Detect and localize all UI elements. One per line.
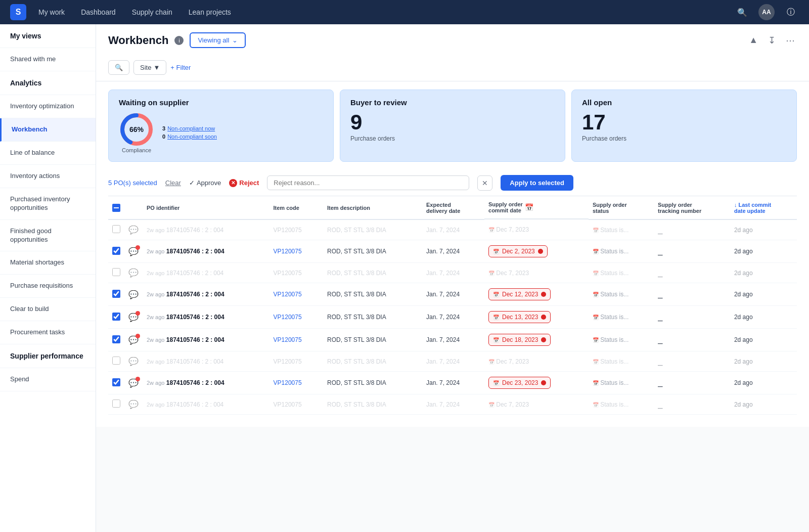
upload-icon[interactable]: ▲ <box>747 33 760 48</box>
sidebar-item-inventory-optimization[interactable]: Inventory optimization <box>0 95 96 118</box>
sidebar-item-inventory-actions[interactable]: Inventory actions <box>0 165 96 188</box>
sidebar-item-purchased-inventory[interactable]: Purchased inventory opportunities <box>0 188 96 220</box>
po-id[interactable]: 1874105746 : 2 : 004 <box>166 336 224 343</box>
tracking-icon[interactable]: ⎯ <box>658 247 663 255</box>
checkbox-cell[interactable] <box>108 240 124 263</box>
tracking-icon[interactable]: ⎯ <box>658 269 663 277</box>
row-checkbox[interactable] <box>112 290 120 298</box>
sidebar-item-clear-to-build[interactable]: Clear to build <box>0 298 96 321</box>
message-cell[interactable]: 💬 <box>124 263 143 283</box>
site-filter-button[interactable]: Site ▼ <box>133 60 166 75</box>
checkbox-cell[interactable] <box>108 219 124 240</box>
message-cell[interactable]: 💬 <box>124 351 143 372</box>
sidebar-item-procurement-tasks[interactable]: Procurement tasks <box>0 321 96 344</box>
item-description-header[interactable]: Item description <box>323 196 422 219</box>
message-icon[interactable]: 💬 <box>128 269 139 277</box>
item-code-cell[interactable]: VP120075 <box>269 263 323 283</box>
info-icon[interactable]: i <box>174 36 184 45</box>
app-logo[interactable]: S <box>10 4 26 20</box>
item-code-link[interactable]: VP120075 <box>274 270 302 277</box>
checkbox-cell[interactable] <box>108 283 124 306</box>
viewing-all-button[interactable]: Viewing all ⌄ <box>190 32 246 48</box>
sidebar-item-workbench[interactable]: Workbench <box>0 118 96 142</box>
help-icon[interactable]: ⓘ <box>783 4 799 20</box>
clear-selection-button[interactable]: Clear <box>165 179 181 187</box>
row-checkbox[interactable] <box>112 313 120 321</box>
tracking-icon[interactable]: ⎯ <box>658 226 663 234</box>
item-code-cell[interactable]: VP120075 <box>269 219 323 240</box>
row-checkbox[interactable] <box>112 268 120 276</box>
message-badge-icon[interactable]: 💬 <box>128 313 139 322</box>
search-button[interactable]: 🔍 <box>108 60 129 75</box>
tracking-icon[interactable]: ⎯ <box>658 335 663 344</box>
sidebar-item-material-shortages[interactable]: Material shortages <box>0 251 96 275</box>
message-badge-icon[interactable]: 💬 <box>128 378 139 388</box>
tracking-number-header[interactable]: Supply ordertracking number <box>654 196 730 219</box>
item-code-header[interactable]: Item code <box>269 196 323 219</box>
item-code-link[interactable]: VP120075 <box>274 336 302 343</box>
item-code-link[interactable]: VP120075 <box>274 379 302 386</box>
item-code-cell[interactable]: VP120075 <box>269 394 323 415</box>
commit-date-header[interactable]: Supply ordercommit date 📅 <box>484 196 589 219</box>
po-id[interactable]: 1874105746 : 2 : 004 <box>166 227 223 234</box>
item-code-link[interactable]: VP120075 <box>274 227 302 234</box>
nav-dashboard[interactable]: Dashboard <box>81 8 116 16</box>
message-badge-icon[interactable]: 💬 <box>128 247 139 256</box>
message-icon[interactable]: 💬 <box>128 226 139 234</box>
item-code-link[interactable]: VP120075 <box>274 401 302 408</box>
last-commit-date-header[interactable]: ↓ Last commitdate update <box>730 196 797 219</box>
row-checkbox[interactable] <box>112 247 120 255</box>
avatar[interactable]: AA <box>758 4 775 20</box>
tracking-icon[interactable]: ⎯ <box>658 400 663 409</box>
search-icon[interactable]: 🔍 <box>734 4 750 20</box>
po-id[interactable]: 1874105746 : 2 : 004 <box>166 379 224 386</box>
expected-delivery-header[interactable]: Expecteddelivery date <box>422 196 484 219</box>
checkbox-cell[interactable] <box>108 394 124 415</box>
reject-button[interactable]: ✕ Reject <box>229 179 259 187</box>
tracking-icon[interactable]: ⎯ <box>658 313 663 321</box>
sidebar-item-shared-with-me[interactable]: Shared with me <box>0 48 96 71</box>
tracking-icon[interactable]: ⎯ <box>658 378 663 387</box>
approve-button[interactable]: ✓ Approve <box>189 179 221 187</box>
row-checkbox[interactable] <box>112 357 120 365</box>
sidebar-item-spend[interactable]: Spend <box>0 368 96 391</box>
nav-lean-projects[interactable]: Lean projects <box>189 8 231 16</box>
supply-order-status-header[interactable]: Supply orderstatus <box>589 196 654 219</box>
item-code-link[interactable]: VP120075 <box>274 358 302 365</box>
row-checkbox[interactable] <box>112 225 120 233</box>
more-options-icon[interactable]: ⋯ <box>784 33 797 48</box>
po-id[interactable]: 1874105746 : 2 : 004 <box>166 314 224 321</box>
message-cell[interactable]: 💬 <box>124 306 143 329</box>
message-cell[interactable]: 💬 <box>124 329 143 351</box>
indeterminate-checkbox[interactable] <box>112 204 120 212</box>
message-icon[interactable]: 💬 <box>128 357 139 366</box>
checkbox-cell[interactable] <box>108 351 124 372</box>
calendar-icon[interactable]: 📅 <box>525 203 533 211</box>
item-code-link[interactable]: VP120075 <box>274 291 302 298</box>
sidebar-item-finished-good[interactable]: Finished good opportunities <box>0 220 96 252</box>
message-cell[interactable]: 💬 <box>124 240 143 263</box>
row-checkbox[interactable] <box>112 335 120 343</box>
item-code-cell[interactable]: VP120075 <box>269 306 323 329</box>
message-cell[interactable]: 💬 <box>124 372 143 394</box>
checkbox-cell[interactable] <box>108 306 124 329</box>
sidebar-item-purchase-requisitions[interactable]: Purchase requisitions <box>0 275 96 298</box>
checkbox-cell[interactable] <box>108 372 124 394</box>
tracking-icon[interactable]: ⎯ <box>658 290 663 298</box>
sidebar-item-line-of-balance[interactable]: Line of balance <box>0 142 96 165</box>
po-id[interactable]: 1874105746 : 2 : 004 <box>166 270 223 277</box>
po-identifier-header[interactable]: PO identifier <box>143 196 269 219</box>
apply-to-selected-button[interactable]: Apply to selected <box>501 175 573 191</box>
po-id[interactable]: 1874105746 : 2 : 004 <box>166 401 223 408</box>
tracking-icon[interactable]: ⎯ <box>658 357 663 366</box>
item-code-cell[interactable]: VP120075 <box>269 351 323 372</box>
message-icon[interactable]: 💬 <box>128 290 139 299</box>
item-code-cell[interactable]: VP120075 <box>269 329 323 351</box>
message-cell[interactable]: 💬 <box>124 283 143 306</box>
reject-reason-input[interactable] <box>267 175 469 190</box>
item-code-cell[interactable]: VP120075 <box>269 372 323 394</box>
po-id[interactable]: 1874105746 : 2 : 004 <box>166 248 224 255</box>
select-all-header[interactable] <box>108 196 124 219</box>
nav-supply-chain[interactable]: Supply chain <box>132 8 172 16</box>
item-code-cell[interactable]: VP120075 <box>269 283 323 306</box>
